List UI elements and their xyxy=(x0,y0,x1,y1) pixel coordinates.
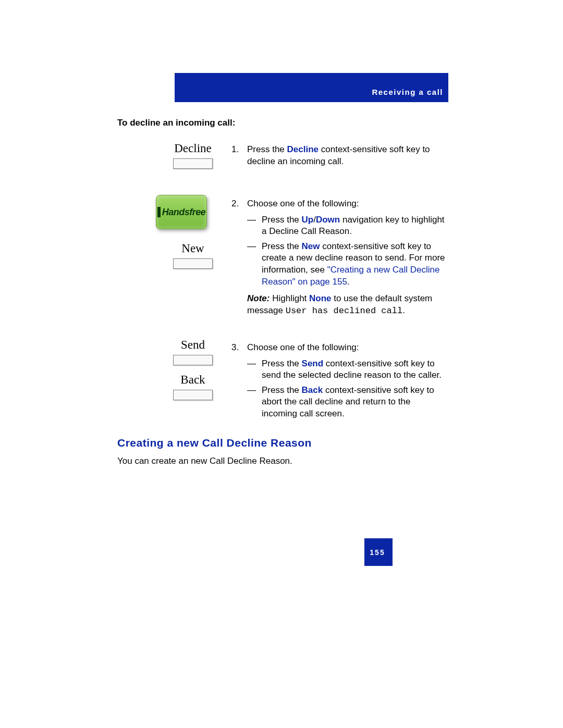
step-intro: Choose one of the following: xyxy=(247,342,448,354)
step-number: 2. xyxy=(231,198,247,210)
step-number: 3. xyxy=(231,342,247,354)
text: Press the xyxy=(262,385,302,395)
speaker-icon xyxy=(157,207,161,217)
text: . xyxy=(347,277,350,287)
handsfree-label: Handsfree xyxy=(157,207,206,218)
substep-b: Press the Back context-sensitive soft ke… xyxy=(262,385,448,420)
step-number: 1. xyxy=(231,144,247,167)
step-1: 1. Press the Decline context-sensitive s… xyxy=(231,144,448,171)
keyword: Up xyxy=(302,215,314,225)
softkey-label: Back xyxy=(156,373,229,387)
keyword: New xyxy=(302,241,320,251)
note: Note: Highlight None to use the default … xyxy=(247,293,448,317)
note-label: Note: xyxy=(247,293,270,303)
handsfree-key: Handsfree xyxy=(156,195,208,229)
softkey-icon xyxy=(173,158,213,169)
step-2: 2. Choose one of the following: — Press … xyxy=(231,198,448,317)
section-header: Receiving a call xyxy=(372,88,443,96)
handsfree-text: Handsfree xyxy=(162,207,206,218)
softkey-icon xyxy=(173,390,213,400)
keyword: Down xyxy=(316,215,340,225)
text: Press the xyxy=(262,359,302,368)
dash: — xyxy=(247,358,262,381)
text: Press the xyxy=(262,241,302,251)
softkey-icon xyxy=(173,258,213,269)
procedure-title: To decline an incoming call: xyxy=(117,118,235,128)
document-page: Receiving a call To decline an incoming … xyxy=(0,0,563,728)
text: . xyxy=(402,305,405,315)
section-heading: Creating a new Call Decline Reason xyxy=(117,437,312,449)
keyword: Back xyxy=(302,385,323,395)
step-3: 3. Choose one of the following: — Press … xyxy=(231,342,448,423)
substep-b: Press the New context-sensitive soft key… xyxy=(262,241,448,288)
page-number: 155 xyxy=(364,538,393,566)
softkey-label: Decline xyxy=(156,142,229,155)
system-message: User has declined call xyxy=(286,306,402,316)
text: Press the xyxy=(262,215,302,225)
keyword: Send xyxy=(302,359,324,368)
dash: — xyxy=(247,385,262,420)
body-paragraph: You can create an new Call Decline Reaso… xyxy=(117,456,292,466)
text: Press the xyxy=(247,144,287,154)
softkey-send: Send xyxy=(156,338,229,365)
softkey-new: New xyxy=(156,242,229,269)
text: Highlight xyxy=(270,293,309,303)
handsfree-button-icon: Handsfree xyxy=(156,195,207,229)
keyword: None xyxy=(309,293,332,303)
keyword: Decline xyxy=(287,144,319,154)
step-intro: Choose one of the following: xyxy=(247,198,448,210)
softkey-label: Send xyxy=(156,338,229,352)
substep-a: Press the Up/Down navigation key to high… xyxy=(262,214,448,238)
step-text: Press the Decline context-sensitive soft… xyxy=(247,144,448,167)
softkey-label: New xyxy=(156,242,229,255)
dash: — xyxy=(247,241,262,288)
softkey-back: Back xyxy=(156,373,229,400)
softkey-icon xyxy=(173,355,213,365)
softkey-decline: Decline xyxy=(156,142,229,169)
dash: — xyxy=(247,214,262,238)
substep-a: Press the Send context-sensitive soft ke… xyxy=(262,358,448,381)
